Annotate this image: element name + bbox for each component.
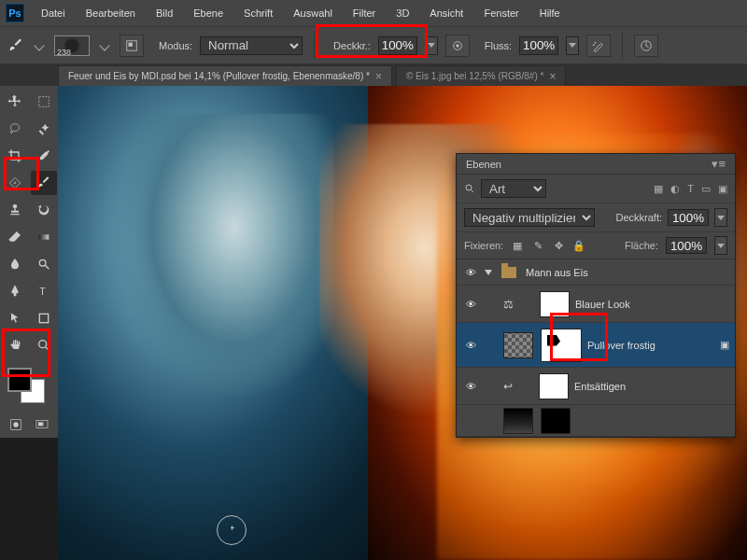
menu-image[interactable]: Bild — [147, 4, 182, 22]
brush-dropdown-icon[interactable] — [99, 40, 109, 50]
document-tabs: Feuer und Eis by MDI.psd bei 14,1% (Pull… — [0, 63, 747, 86]
hand-tool[interactable] — [2, 333, 28, 357]
path-select-tool[interactable] — [2, 306, 28, 330]
menu-file[interactable]: Datei — [32, 4, 75, 22]
menu-select[interactable]: Auswahl — [284, 4, 342, 22]
layer-mask-thumb[interactable] — [541, 408, 571, 434]
svg-text:T: T — [39, 286, 46, 297]
lasso-tool[interactable] — [2, 117, 28, 141]
flow-input[interactable] — [519, 36, 558, 55]
svg-point-3 — [456, 44, 459, 48]
visibility-icon[interactable]: 👁 — [462, 381, 479, 392]
layer-fill-dropdown[interactable] — [714, 236, 727, 255]
svg-point-10 — [39, 259, 46, 266]
brush-panel-toggle[interactable] — [120, 35, 144, 57]
filter-adjust-icon[interactable]: ◐ — [670, 183, 680, 195]
disclosure-icon[interactable] — [485, 270, 492, 275]
screenmode-toggle[interactable] — [32, 415, 52, 434]
layer-label[interactable]: Entsättigen — [574, 381, 729, 392]
brush-cursor — [217, 515, 247, 545]
layer-mask-thumb[interactable] — [539, 373, 569, 399]
type-tool[interactable]: T — [31, 279, 57, 303]
tablet-pressure-toggle[interactable] — [634, 35, 658, 57]
tab-label: Feuer und Eis by MDI.psd bei 14,1% (Pull… — [68, 71, 370, 81]
visibility-icon[interactable]: 👁 — [462, 299, 479, 310]
menu-filter[interactable]: Filter — [344, 4, 385, 22]
layer-label[interactable]: Pullover frostig — [587, 340, 714, 351]
crop-tool[interactable] — [2, 144, 28, 168]
app-logo: Ps — [6, 4, 24, 22]
layer-opacity-label: Deckkraft: — [615, 212, 662, 223]
menu-type[interactable]: Schrift — [234, 4, 282, 22]
menu-3d[interactable]: 3D — [387, 4, 418, 22]
layer-opacity-input[interactable] — [668, 209, 709, 226]
menu-view[interactable]: Ansicht — [420, 4, 472, 22]
flow-dropdown[interactable] — [566, 36, 579, 55]
menu-edit[interactable]: Bearbeiten — [77, 4, 145, 22]
blur-tool[interactable] — [2, 252, 28, 276]
visibility-icon[interactable]: 👁 — [462, 340, 479, 351]
layer-fill-input[interactable] — [666, 237, 707, 254]
panel-menu-icon[interactable]: ▾≡ — [712, 157, 726, 171]
layer-row[interactable]: 👁 ↩ Entsättigen — [457, 368, 735, 405]
close-icon[interactable]: × — [375, 70, 382, 83]
gradient-tool[interactable] — [31, 225, 57, 249]
opacity-pressure-toggle[interactable] — [445, 35, 470, 57]
layer-label[interactable]: Mann aus Eis — [526, 267, 729, 278]
layer-row[interactable]: 👁 ⚖ Blauer Look — [457, 286, 735, 323]
stamp-tool[interactable] — [2, 198, 28, 222]
layer-row-selected[interactable]: 👁 Pullover frostig ▣ — [457, 323, 735, 368]
filter-pixel-icon[interactable]: ▦ — [654, 183, 663, 195]
blend-mode-select[interactable]: Normal — [200, 36, 303, 55]
lock-transparency-icon[interactable]: ▦ — [511, 239, 524, 252]
layer-row[interactable] — [457, 405, 735, 437]
healing-tool[interactable] — [2, 171, 28, 195]
layer-thumb[interactable] — [503, 408, 533, 434]
layer-label[interactable]: Blauer Look — [575, 299, 729, 310]
lock-position-icon[interactable]: ✥ — [552, 239, 565, 252]
color-swatch[interactable] — [2, 366, 57, 405]
lock-pixels-icon[interactable]: ✎ — [531, 239, 544, 252]
filter-shape-icon[interactable]: ▭ — [701, 183, 711, 195]
move-tool[interactable] — [2, 90, 28, 114]
adjustment-icon: ⚖ — [503, 298, 514, 311]
marquee-tool[interactable] — [31, 90, 57, 114]
menu-help[interactable]: Hilfe — [530, 4, 570, 22]
layer-thumb[interactable] — [503, 332, 533, 358]
pen-tool[interactable] — [2, 279, 28, 303]
menu-layer[interactable]: Ebene — [184, 4, 233, 22]
lock-all-icon[interactable]: 🔒 — [572, 239, 585, 252]
brush-tool[interactable] — [31, 171, 57, 195]
magic-wand-tool[interactable] — [31, 117, 57, 141]
shape-tool[interactable] — [31, 306, 57, 330]
layer-mask-thumb[interactable] — [541, 329, 582, 362]
visibility-icon[interactable]: 👁 — [462, 267, 479, 278]
tab-active-document[interactable]: Feuer und Eis by MDI.psd bei 14,1% (Pull… — [58, 65, 392, 86]
opacity-dropdown[interactable] — [425, 36, 438, 55]
quickmask-toggle[interactable] — [6, 415, 26, 434]
opacity-input[interactable] — [378, 36, 417, 55]
filter-type-icon[interactable]: T — [687, 183, 694, 195]
layer-filter-select[interactable]: Art — [481, 179, 546, 198]
tool-preset-dropdown-icon[interactable] — [34, 40, 44, 50]
zoom-tool[interactable] — [31, 333, 57, 357]
brush-preview[interactable]: 238 — [54, 35, 90, 56]
layer-blend-select[interactable]: Negativ multiplizieren — [464, 208, 595, 227]
canvas[interactable]: Ebenen ▾≡ Art ▦ ◐ T ▭ ▣ Negativ multipli… — [58, 86, 747, 560]
layer-fill-label: Fläche: — [625, 240, 658, 251]
filter-smart-icon[interactable]: ▣ — [718, 183, 727, 195]
layer-opacity-dropdown[interactable] — [714, 208, 727, 227]
foreground-color[interactable] — [7, 368, 32, 392]
menu-window[interactable]: Fenster — [474, 4, 528, 22]
eraser-tool[interactable] — [2, 225, 28, 249]
layer-group[interactable]: 👁 Mann aus Eis — [457, 259, 735, 286]
dodge-tool[interactable] — [31, 252, 57, 276]
airbrush-toggle[interactable] — [586, 35, 611, 57]
svg-point-5 — [593, 44, 595, 46]
history-brush-tool[interactable] — [31, 198, 57, 222]
layer-mask-thumb[interactable] — [540, 291, 570, 317]
close-icon[interactable]: × — [549, 70, 556, 83]
tab-secondary-document[interactable]: © Eis 1.jpg bei 12,5% (RGB/8#) * × — [396, 65, 566, 86]
eyedropper-tool[interactable] — [31, 144, 57, 168]
mode-label: Modus: — [159, 40, 192, 51]
